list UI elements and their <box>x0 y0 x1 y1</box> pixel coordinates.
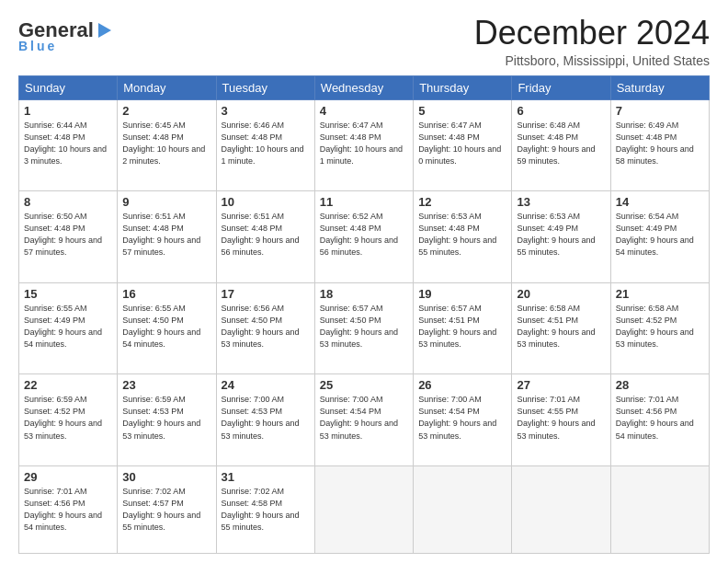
calendar-week-row: 15Sunrise: 6:55 AMSunset: 4:49 PMDayligh… <box>19 282 710 374</box>
table-row: 21Sunrise: 6:58 AMSunset: 4:52 PMDayligh… <box>610 282 709 374</box>
table-row: 25Sunrise: 7:00 AMSunset: 4:54 PMDayligh… <box>314 374 413 466</box>
day-info: Sunrise: 6:44 AMSunset: 4:48 PMDaylight:… <box>24 120 112 167</box>
day-number: 6 <box>517 104 605 118</box>
day-number: 3 <box>222 104 310 118</box>
svg-marker-0 <box>98 23 111 38</box>
day-info: Sunrise: 7:01 AMSunset: 4:56 PMDaylight:… <box>24 486 112 534</box>
calendar-week-row: 22Sunrise: 6:59 AMSunset: 4:52 PMDayligh… <box>19 374 710 466</box>
day-info: Sunrise: 7:00 AMSunset: 4:54 PMDaylight:… <box>320 394 408 442</box>
day-info: Sunrise: 6:45 AMSunset: 4:48 PMDaylight:… <box>122 120 210 167</box>
day-info: Sunrise: 6:48 AMSunset: 4:48 PMDaylight:… <box>517 120 605 167</box>
day-info: Sunrise: 7:01 AMSunset: 4:55 PMDaylight:… <box>517 394 605 442</box>
day-number: 30 <box>122 470 210 484</box>
day-number: 20 <box>517 287 605 301</box>
day-info: Sunrise: 7:02 AMSunset: 4:57 PMDaylight:… <box>122 486 210 534</box>
header-monday: Monday <box>118 75 216 99</box>
header: General Blue December 2024 Pittsboro, Mi… <box>18 15 710 68</box>
table-row: 30Sunrise: 7:02 AMSunset: 4:57 PMDayligh… <box>118 465 216 553</box>
month-title: December 2024 <box>474 15 710 52</box>
table-row: 17Sunrise: 6:56 AMSunset: 4:50 PMDayligh… <box>216 282 314 374</box>
table-row: 4Sunrise: 6:47 AMSunset: 4:48 PMDaylight… <box>314 99 413 191</box>
table-row: 13Sunrise: 6:53 AMSunset: 4:49 PMDayligh… <box>512 191 610 283</box>
table-row: 1Sunrise: 6:44 AMSunset: 4:48 PMDaylight… <box>19 99 118 191</box>
day-info: Sunrise: 6:57 AMSunset: 4:51 PMDaylight:… <box>418 303 506 350</box>
table-row: 6Sunrise: 6:48 AMSunset: 4:48 PMDaylight… <box>512 99 610 191</box>
table-row: 20Sunrise: 6:58 AMSunset: 4:51 PMDayligh… <box>512 282 610 374</box>
table-row: 3Sunrise: 6:46 AMSunset: 4:48 PMDaylight… <box>216 99 314 191</box>
logo-chevron-icon <box>95 20 115 40</box>
header-saturday: Saturday <box>610 75 709 99</box>
day-info: Sunrise: 6:51 AMSunset: 4:48 PMDaylight:… <box>222 211 310 259</box>
table-row: 16Sunrise: 6:55 AMSunset: 4:50 PMDayligh… <box>118 282 216 374</box>
day-info: Sunrise: 6:57 AMSunset: 4:50 PMDaylight:… <box>320 303 408 350</box>
table-row: 23Sunrise: 6:59 AMSunset: 4:53 PMDayligh… <box>118 374 216 466</box>
day-info: Sunrise: 6:59 AMSunset: 4:53 PMDaylight:… <box>122 394 210 442</box>
day-info: Sunrise: 6:50 AMSunset: 4:48 PMDaylight:… <box>24 211 112 259</box>
table-row: 18Sunrise: 6:57 AMSunset: 4:50 PMDayligh… <box>314 282 413 374</box>
day-number: 7 <box>616 104 704 118</box>
day-info: Sunrise: 6:58 AMSunset: 4:52 PMDaylight:… <box>616 303 704 350</box>
day-info: Sunrise: 7:01 AMSunset: 4:56 PMDaylight:… <box>616 394 704 442</box>
day-number: 26 <box>418 378 506 392</box>
table-row: 10Sunrise: 6:51 AMSunset: 4:48 PMDayligh… <box>216 191 314 283</box>
day-info: Sunrise: 7:00 AMSunset: 4:54 PMDaylight:… <box>418 394 506 442</box>
day-number: 12 <box>418 195 506 209</box>
day-info: Sunrise: 6:59 AMSunset: 4:52 PMDaylight:… <box>24 394 112 442</box>
day-number: 23 <box>122 378 210 392</box>
calendar-week-row: 1Sunrise: 6:44 AMSunset: 4:48 PMDaylight… <box>19 99 710 191</box>
day-number: 16 <box>122 287 210 301</box>
day-number: 19 <box>418 287 506 301</box>
day-info: Sunrise: 6:58 AMSunset: 4:51 PMDaylight:… <box>517 303 605 350</box>
calendar-week-row: 29Sunrise: 7:01 AMSunset: 4:56 PMDayligh… <box>19 465 710 553</box>
table-row <box>512 465 610 553</box>
day-number: 31 <box>222 470 310 484</box>
day-number: 17 <box>222 287 310 301</box>
table-row <box>414 465 512 553</box>
day-info: Sunrise: 7:02 AMSunset: 4:58 PMDaylight:… <box>222 486 310 534</box>
day-info: Sunrise: 6:55 AMSunset: 4:50 PMDaylight:… <box>122 303 210 350</box>
day-number: 11 <box>320 195 408 209</box>
day-number: 24 <box>222 378 310 392</box>
day-info: Sunrise: 6:47 AMSunset: 4:48 PMDaylight:… <box>320 120 408 167</box>
table-row: 19Sunrise: 6:57 AMSunset: 4:51 PMDayligh… <box>414 282 512 374</box>
table-row: 11Sunrise: 6:52 AMSunset: 4:48 PMDayligh… <box>314 191 413 283</box>
day-number: 18 <box>320 287 408 301</box>
day-info: Sunrise: 6:46 AMSunset: 4:48 PMDaylight:… <box>222 120 310 167</box>
table-row: 29Sunrise: 7:01 AMSunset: 4:56 PMDayligh… <box>19 465 118 553</box>
day-info: Sunrise: 6:54 AMSunset: 4:49 PMDaylight:… <box>616 211 704 259</box>
day-info: Sunrise: 6:51 AMSunset: 4:48 PMDaylight:… <box>122 211 210 259</box>
header-sunday: Sunday <box>19 75 118 99</box>
day-number: 15 <box>24 287 112 301</box>
calendar-table: Sunday Monday Tuesday Wednesday Thursday… <box>18 75 710 554</box>
header-wednesday: Wednesday <box>314 75 413 99</box>
table-row: 8Sunrise: 6:50 AMSunset: 4:48 PMDaylight… <box>19 191 118 283</box>
table-row: 31Sunrise: 7:02 AMSunset: 4:58 PMDayligh… <box>216 465 314 553</box>
day-number: 5 <box>418 104 506 118</box>
table-row <box>314 465 413 553</box>
calendar-header-row: Sunday Monday Tuesday Wednesday Thursday… <box>19 75 710 99</box>
day-number: 25 <box>320 378 408 392</box>
day-number: 14 <box>616 195 704 209</box>
day-info: Sunrise: 6:47 AMSunset: 4:48 PMDaylight:… <box>418 120 506 167</box>
table-row: 15Sunrise: 6:55 AMSunset: 4:49 PMDayligh… <box>19 282 118 374</box>
day-info: Sunrise: 6:53 AMSunset: 4:49 PMDaylight:… <box>517 211 605 259</box>
day-number: 1 <box>24 104 112 118</box>
table-row: 9Sunrise: 6:51 AMSunset: 4:48 PMDaylight… <box>118 191 216 283</box>
table-row: 27Sunrise: 7:01 AMSunset: 4:55 PMDayligh… <box>512 374 610 466</box>
page: General Blue December 2024 Pittsboro, Mi… <box>0 0 728 563</box>
title-area: December 2024 Pittsboro, Mississippi, Un… <box>474 15 710 68</box>
day-info: Sunrise: 6:49 AMSunset: 4:48 PMDaylight:… <box>616 120 704 167</box>
day-number: 27 <box>517 378 605 392</box>
day-info: Sunrise: 6:55 AMSunset: 4:49 PMDaylight:… <box>24 303 112 350</box>
header-tuesday: Tuesday <box>216 75 314 99</box>
day-info: Sunrise: 6:53 AMSunset: 4:48 PMDaylight:… <box>418 211 506 259</box>
logo: General Blue <box>18 18 116 53</box>
day-number: 8 <box>24 195 112 209</box>
day-number: 29 <box>24 470 112 484</box>
day-info: Sunrise: 6:56 AMSunset: 4:50 PMDaylight:… <box>222 303 310 350</box>
day-info: Sunrise: 6:52 AMSunset: 4:48 PMDaylight:… <box>320 211 408 259</box>
day-number: 2 <box>122 104 210 118</box>
table-row: 12Sunrise: 6:53 AMSunset: 4:48 PMDayligh… <box>414 191 512 283</box>
day-number: 13 <box>517 195 605 209</box>
table-row: 14Sunrise: 6:54 AMSunset: 4:49 PMDayligh… <box>610 191 709 283</box>
